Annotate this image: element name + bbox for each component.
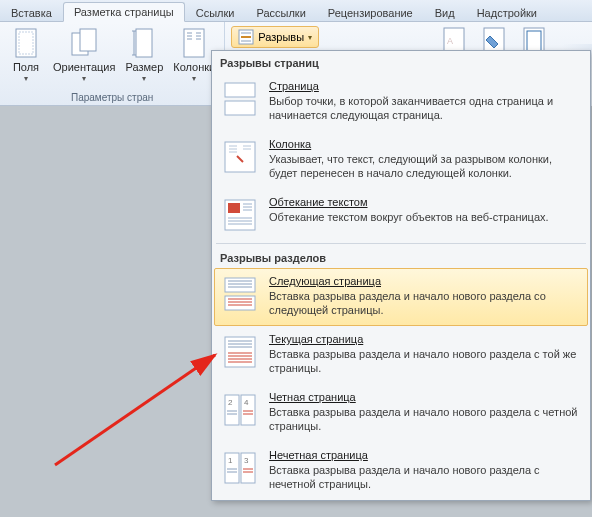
size-icon — [128, 27, 160, 59]
dd-title: Текущая страница — [269, 333, 579, 345]
orientation-label: Ориентация — [53, 61, 115, 73]
tab-addins[interactable]: Надстройки — [466, 3, 548, 22]
dd-item-odd-page[interactable]: 13 Нечетная страница Вставка разрыва раз… — [214, 442, 588, 500]
dd-title: Нечетная страница — [269, 449, 579, 461]
orientation-button[interactable]: Ориентация ▾ — [48, 24, 120, 90]
dd-desc: Вставка разрыва раздела и начало нового … — [269, 405, 579, 433]
svg-rect-25 — [225, 101, 255, 115]
dd-header-pages: Разрывы страниц — [212, 51, 590, 73]
dd-item-continuous[interactable]: Текущая страница Вставка разрыва раздела… — [214, 326, 588, 384]
chevron-down-icon: ▾ — [82, 74, 86, 83]
svg-text:3: 3 — [244, 456, 249, 465]
margins-icon — [10, 27, 42, 59]
dd-item-next-page[interactable]: Следующая страница Вставка разрыва разде… — [214, 268, 588, 326]
continuous-icon — [223, 335, 257, 369]
breaks-label: Разрывы — [258, 31, 304, 43]
svg-rect-4 — [136, 29, 152, 57]
chevron-down-icon: ▾ — [24, 74, 28, 83]
svg-rect-24 — [225, 83, 255, 97]
svg-rect-33 — [228, 203, 240, 213]
svg-text:A: A — [447, 36, 453, 46]
dd-desc: Вставка разрыва раздела и начало нового … — [269, 347, 579, 375]
tab-links[interactable]: Ссылки — [185, 3, 246, 22]
svg-text:1: 1 — [228, 456, 233, 465]
page-break-icon — [223, 82, 257, 116]
tab-insert[interactable]: Вставка — [0, 3, 63, 22]
dd-item-wrap[interactable]: Обтекание текстом Обтекание текстом вокр… — [214, 189, 588, 241]
dd-item-page[interactable]: Страница Выбор точки, в которой заканчив… — [214, 73, 588, 131]
column-break-icon — [223, 140, 257, 174]
breaks-icon — [238, 29, 254, 45]
dd-desc: Указывает, что текст, следующий за разры… — [269, 152, 579, 180]
margins-label: Поля — [13, 61, 39, 73]
svg-rect-44 — [225, 296, 255, 310]
dd-title: Четная страница — [269, 391, 579, 403]
group-label-page-setup: Параметры стран — [4, 92, 220, 105]
chevron-down-icon: ▾ — [142, 74, 146, 83]
breaks-button[interactable]: Разрывы ▾ — [231, 26, 319, 48]
chevron-down-icon: ▾ — [192, 74, 196, 83]
dd-desc: Обтекание текстом вокруг объектов на веб… — [269, 210, 579, 224]
group-page-setup: Поля ▾ Ориентация ▾ Размер ▾ — [0, 22, 225, 105]
svg-text:2: 2 — [228, 398, 233, 407]
separator — [216, 243, 586, 244]
even-page-icon: 24 — [223, 393, 257, 427]
tab-page-layout[interactable]: Разметка страницы — [63, 2, 185, 22]
dd-title: Следующая страница — [269, 275, 579, 287]
dd-desc: Вставка разрыва раздела и начало нового … — [269, 289, 579, 317]
dd-desc: Вставка разрыва раздела и начало нового … — [269, 463, 579, 491]
chevron-down-icon: ▾ — [308, 33, 312, 42]
breaks-dropdown: Разрывы страниц Страница Выбор точки, в … — [211, 50, 591, 501]
odd-page-icon: 13 — [223, 451, 257, 485]
columns-label: Колонки — [173, 61, 215, 73]
svg-text:4: 4 — [244, 398, 249, 407]
size-button[interactable]: Размер ▾ — [120, 24, 168, 90]
svg-rect-3 — [80, 29, 96, 51]
size-label: Размер — [125, 61, 163, 73]
tab-review[interactable]: Рецензирование — [317, 3, 424, 22]
tab-mailings[interactable]: Рассылки — [245, 3, 316, 22]
svg-rect-40 — [225, 278, 255, 292]
dd-item-even-page[interactable]: 24 Четная страница Вставка разрыва разде… — [214, 384, 588, 442]
tab-view[interactable]: Вид — [424, 3, 466, 22]
orientation-icon — [68, 27, 100, 59]
next-page-icon — [223, 277, 257, 311]
dd-header-sections: Разрывы разделов — [212, 246, 590, 268]
dd-desc: Выбор точки, в которой заканчивается одн… — [269, 94, 579, 122]
dd-title: Колонка — [269, 138, 579, 150]
margins-button[interactable]: Поля ▾ — [4, 24, 48, 90]
dd-title: Обтекание текстом — [269, 196, 579, 208]
columns-icon — [178, 27, 210, 59]
ribbon-tabs: Вставка Разметка страницы Ссылки Рассылк… — [0, 0, 592, 22]
dd-title: Страница — [269, 80, 579, 92]
text-wrap-icon — [223, 198, 257, 232]
dd-item-column[interactable]: Колонка Указывает, что текст, следующий … — [214, 131, 588, 189]
